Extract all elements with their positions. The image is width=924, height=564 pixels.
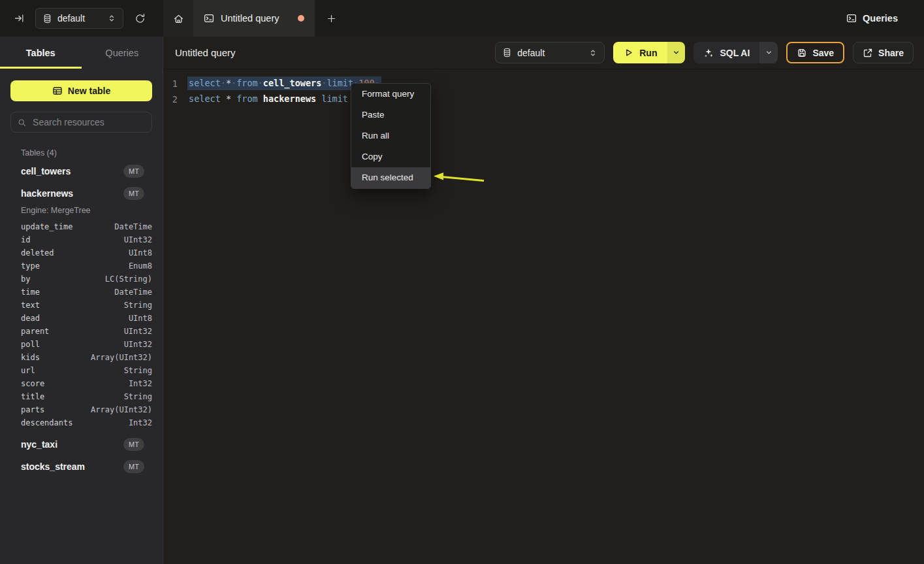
whitespace-dot: · [258,78,263,88]
column-type: String [124,301,152,310]
chevron-down-icon [765,48,773,57]
column-name: update_time [21,222,72,231]
tables-section-label: Tables (4) [21,148,163,158]
topbar-database-selector[interactable]: default [35,8,123,29]
engine-badge: MT [123,187,144,200]
share-button-label: Share [878,48,904,58]
query-database-value: default [517,48,583,58]
search-input[interactable] [31,116,145,128]
table-name: cell_towers [21,166,71,176]
table-item-stocks-stream[interactable]: stocks_stream MT [0,456,163,478]
home-icon [173,13,184,24]
sql-ai-button-label: SQL AI [720,48,750,58]
column-type: String [124,392,152,401]
column-row: partsArray(UInt32) [21,403,152,416]
column-type: UInt8 [129,248,152,257]
share-external-icon [863,48,873,58]
query-toolbar: default Run [495,42,914,63]
run-button[interactable]: Run [613,42,667,63]
topbar-database-value: default [57,13,102,24]
column-name: parts [21,405,44,414]
code-token: select [189,93,221,104]
code-line[interactable]: select * from hackernews limit [189,91,348,107]
sql-ai-options-button[interactable] [759,42,778,63]
sql-ai-split-button: SQL AI [693,42,778,63]
context-menu-item[interactable]: Paste [351,105,430,125]
share-button[interactable]: Share [853,42,914,63]
code-token: limit [321,93,348,104]
run-button-label: Run [639,48,657,58]
code-token: limit [327,78,353,88]
code-token: from [236,93,258,104]
whitespace-dot: · [231,78,236,88]
table-name: nyc_taxi [21,439,57,450]
collapse-sidebar-icon [14,13,24,24]
query-title: Untitled query [175,47,495,58]
column-type: Enum8 [129,261,152,271]
annotation-arrow [432,170,487,187]
line-number: 2 [163,91,178,107]
column-type: LC(String) [105,274,152,284]
whitespace-dot [221,93,226,104]
database-icon [502,48,512,58]
engine-badge: MT [123,165,144,178]
queries-button-label: Queries [863,13,898,24]
context-menu-item[interactable]: Format query [351,84,430,105]
database-icon [42,14,52,24]
tab-home[interactable] [163,0,193,37]
query-database-selector[interactable]: default [495,42,605,63]
code-token: hackernews [263,93,316,104]
context-menu-item[interactable]: Copy [351,146,430,167]
context-menu-item[interactable]: Run selected [351,167,430,188]
column-name: parent [21,327,49,336]
query-terminal-icon [204,13,214,24]
queries-button[interactable]: Queries [846,0,898,37]
context-menu-item[interactable]: Run all [351,125,430,146]
line-number: 1 [163,76,178,91]
save-button[interactable]: Save [786,42,844,63]
column-row: timeDateTime [21,286,152,299]
table-grid-icon [52,86,63,96]
column-row: textString [21,299,152,312]
column-row: byLC(String) [21,273,152,286]
engine-badge: MT [123,438,144,451]
sidebar-tab-queries[interactable]: Queries [82,37,163,69]
unsaved-changes-dot [298,15,304,22]
table-item-nyc-taxi[interactable]: nyc_taxi MT [0,433,163,456]
table-item-hackernews[interactable]: hackernews MT [0,182,163,205]
sql-ai-button[interactable]: SQL AI [693,42,759,63]
code-token: * [226,93,231,104]
column-type: DateTime [114,222,152,231]
search-resources-field[interactable] [10,112,152,133]
new-table-label: New table [68,86,110,96]
column-type: Array(UInt32) [91,353,152,362]
code-token: from [236,78,258,88]
sidebar-tab-tables[interactable]: Tables [0,37,82,69]
sql-editor[interactable]: 1select·*·from·cell_towers·limit·100·2se… [163,69,924,564]
column-type: UInt32 [124,340,152,349]
tab-untitled-query[interactable]: Untitled query [193,0,315,37]
code-token: cell_towers [263,78,321,88]
column-name: poll [21,340,40,349]
tab-strip: Untitled query [163,0,347,37]
top-bar: default [0,0,924,37]
new-tab-button[interactable] [315,0,347,37]
new-table-button[interactable]: New table [10,80,152,101]
column-name: url [21,366,35,375]
queries-terminal-icon [846,13,857,24]
refresh-button[interactable] [131,10,148,27]
whitespace-dot: · [221,78,226,88]
table-item-cell-towers[interactable]: cell_towers MT [0,160,163,182]
whitespace-dot [258,93,263,104]
collapse-sidebar-button[interactable] [10,10,27,27]
column-name: deleted [21,248,54,257]
run-options-button[interactable] [667,42,685,63]
column-name: by [21,274,30,284]
sparkles-icon [703,48,714,58]
column-type: Int32 [129,379,152,388]
column-row: descendantsInt32 [21,416,152,429]
tab-label: Untitled query [221,13,291,24]
search-icon [18,118,26,127]
code-token: select [189,78,221,88]
column-row: deletedUInt8 [21,246,152,259]
